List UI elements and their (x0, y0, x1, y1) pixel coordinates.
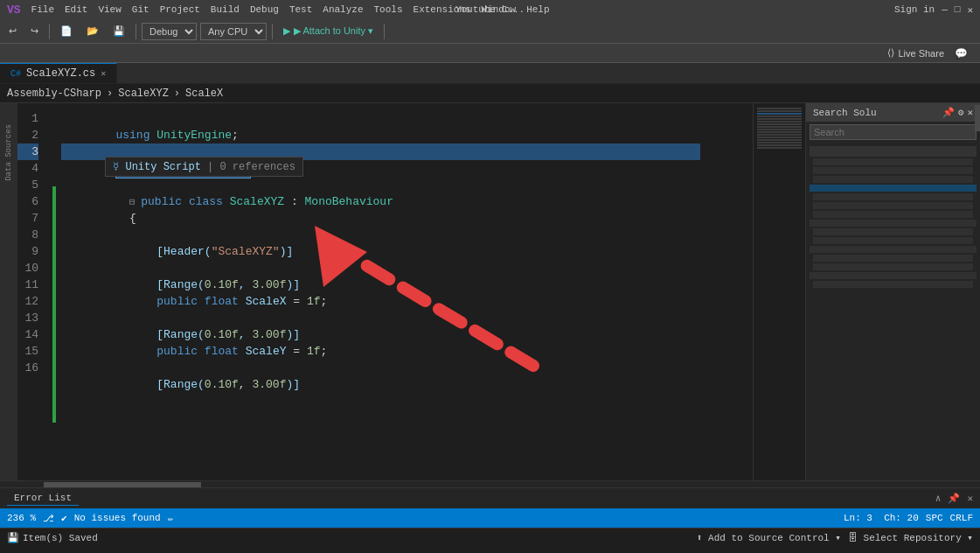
solution-settings-button[interactable]: ⚙ (958, 107, 964, 118)
cursor-position: Ln: 3 Ch: 20 (844, 513, 919, 523)
solution-search-input[interactable] (810, 124, 977, 140)
menu-tools[interactable]: Tools (374, 4, 403, 15)
debug-config-dropdown[interactable]: Debug (142, 23, 197, 40)
menu-debug[interactable]: Debug (250, 4, 279, 15)
undo-button[interactable]: ↩ (3, 23, 22, 40)
platform-dropdown[interactable]: Any CPU (200, 23, 267, 40)
menu-file[interactable]: File (31, 4, 54, 15)
feedback-button[interactable]: 💬 (949, 45, 973, 62)
bottom-tab-error-list[interactable]: Error List (7, 491, 79, 506)
code-line-8: [Header("ScaleXYZ")] (61, 227, 700, 243)
select-repository-button[interactable]: 🗄 Select Repository ▾ (848, 532, 973, 543)
breadcrumb: Assembly-CSharp › ScaleXYZ › ScaleX (0, 84, 980, 103)
sol-item-16 (813, 281, 973, 288)
sol-item-13 (813, 255, 973, 262)
menu-help[interactable]: Help (526, 4, 549, 15)
code-line-5: ⊟ public class ScaleXYZ : MonoBehaviour (61, 177, 700, 193)
breadcrumb-assembly[interactable]: Assembly-CSharp (7, 88, 101, 100)
maximize-button[interactable]: □ (955, 4, 961, 15)
solution-header: Search Solu 📌 ⚙ ✕ (806, 103, 980, 122)
floppy-icon: 💾 (7, 532, 19, 543)
add-source-control-button[interactable]: ⬆ Add to Source Control ▾ (697, 532, 841, 543)
line-numbers: 1 2 3 4 5 6 7 8 9 10 11 12 13 14 15 16 (17, 103, 52, 376)
app-icon: VS (7, 4, 21, 17)
code-line-13: [Range(0.10f, 3.00f)] (61, 310, 700, 326)
sol-item-7 (813, 202, 973, 209)
collapse-arrow-icon[interactable]: ∧ (935, 493, 942, 504)
sol-item-8 (813, 211, 973, 218)
zoom-level: 236 % (7, 513, 36, 523)
code-line-16: [Range(0.10f, 3.00f)] (61, 360, 700, 376)
window-title: Youtube C... (455, 4, 525, 15)
live-share-icon: ⟨⟩ (887, 47, 894, 59)
horizontal-scrollbar (0, 480, 980, 487)
breadcrumb-class[interactable]: ScaleXYZ (118, 88, 169, 100)
minimap-panel (753, 103, 805, 480)
file-tab-scalexyz[interactable]: C# ScaleXYZ.cs ✕ (0, 63, 117, 83)
activity-bar: Data Sources (0, 103, 17, 480)
editor-main[interactable]: 1 2 3 4 5 6 7 8 9 10 11 12 13 14 15 16 (17, 103, 753, 480)
live-share-button[interactable]: ⟨⟩ Live Share (882, 46, 949, 60)
sol-item-15 (810, 272, 977, 279)
code-area: using UnityEngine; [ExecuteInEditMode] ☿… (61, 107, 700, 480)
source-control-area: ⬆ Add to Source Control ▾ 🗄 Select Repos… (697, 532, 973, 543)
secondary-toolbar: ⟨⟩ Live Share 💬 (0, 44, 980, 63)
code-line-10: [Range(0.10f, 3.00f)] (61, 260, 700, 276)
bottom-panel: Error List ∧ 📌 ✕ (0, 487, 980, 508)
pencil-icon: ✏ (168, 513, 174, 524)
save-button[interactable]: 💾 (108, 23, 130, 40)
tab-filename: ScaleXYZ.cs (26, 67, 95, 80)
data-sources-label: Data Sources (4, 124, 13, 181)
very-bottom-bar: 💾 Item(s) Saved ⬆ Add to Source Control … (0, 528, 980, 547)
no-issues-indicator: ✔ (61, 513, 67, 524)
menu-edit[interactable]: Edit (65, 4, 87, 15)
sol-item-11 (813, 237, 973, 244)
main-layout: Data Sources 1 2 3 4 5 6 7 8 9 10 11 12 … (0, 103, 980, 480)
sol-item-4 (813, 176, 973, 183)
breadcrumb-method[interactable]: ScaleX (185, 88, 223, 100)
bottom-panel-close[interactable]: ✕ (967, 493, 973, 504)
title-bar: VS File Edit View Git Project Build Debu… (0, 0, 980, 19)
sol-item-12 (810, 246, 977, 253)
sol-item-14 (813, 263, 973, 270)
tab-bar: C# ScaleXYZ.cs ✕ (0, 63, 980, 84)
open-file-button[interactable]: 📂 (81, 23, 104, 40)
status-right: Ln: 3 Ch: 20 SPC CRLF (844, 513, 973, 523)
bottom-panel-pin[interactable]: 📌 (948, 493, 960, 504)
items-saved: 💾 Item(s) Saved (7, 532, 98, 543)
menu-project[interactable]: Project (160, 4, 200, 15)
menu-view[interactable]: View (98, 4, 121, 15)
line-ending-label: CRLF (950, 513, 973, 523)
sol-item-9 (810, 220, 977, 227)
sol-item-10 (813, 228, 973, 235)
solution-title: Search Solu (813, 108, 877, 118)
scroll-thumb-h[interactable] (44, 482, 201, 487)
encoding-label: SPC (926, 513, 943, 523)
solution-items (806, 143, 980, 291)
new-file-button[interactable]: 📄 (55, 23, 78, 40)
toolbar-sep-1 (49, 24, 50, 39)
solution-search-box (806, 122, 980, 143)
sol-item-2 (813, 158, 973, 165)
status-bar: 236 % ⎇ ✔ No issues found ✏ Ln: 3 Ch: 20… (0, 508, 980, 528)
close-button[interactable]: ✕ (967, 4, 973, 16)
attach-to-unity-button[interactable]: ▶ ▶ Attach to Unity ▾ (278, 23, 379, 40)
sign-in-button[interactable]: Sign in (894, 4, 935, 15)
tab-icon: C# (10, 69, 21, 79)
toolbar-sep-4 (384, 24, 385, 39)
solution-close-button[interactable]: ✕ (967, 107, 973, 118)
toolbar-sep-3 (272, 24, 273, 39)
menu-test[interactable]: Test (289, 4, 312, 15)
menu-build[interactable]: Build (211, 4, 240, 15)
status-left: 236 % ⎇ ✔ No issues found ✏ (7, 513, 173, 524)
solution-pin-button[interactable]: 📌 (942, 107, 955, 118)
redo-button[interactable]: ↪ (25, 23, 44, 40)
minimize-button[interactable]: — (942, 4, 948, 15)
menu-git[interactable]: Git (132, 4, 149, 15)
tab-close-button[interactable]: ✕ (101, 68, 106, 79)
solution-explorer-panel: Search Solu 📌 ⚙ ✕ (805, 103, 980, 480)
toolbar-sep-2 (136, 24, 136, 39)
title-right: Sign in — □ ✕ (894, 4, 973, 16)
minimap (754, 103, 805, 153)
menu-analyze[interactable]: Analyze (323, 4, 363, 15)
